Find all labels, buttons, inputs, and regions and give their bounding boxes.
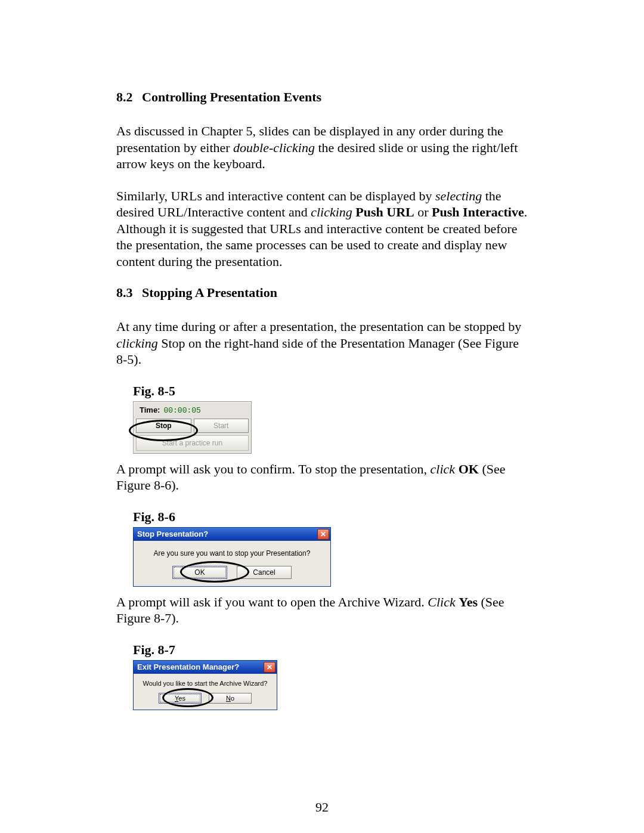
section-title: Controlling Presentation Events	[142, 89, 321, 104]
section-heading-83: 8.3 Stopping A Presentation	[116, 285, 528, 301]
time-value: 00:00:05	[160, 406, 200, 415]
dialog-title: Stop Presentation?	[137, 529, 208, 538]
dialog-title: Exit Presentation Manager?	[137, 662, 239, 671]
section-number: 8.3	[116, 285, 133, 301]
text-italic: double-clicking	[233, 140, 315, 155]
text-italic: clicking	[116, 336, 158, 351]
text-bold: Push URL	[355, 205, 414, 219]
ok-button[interactable]: OK	[172, 566, 227, 579]
text-run: Similarly, URLs and interactive content …	[116, 188, 435, 203]
time-row: Time:00:00:05	[136, 404, 249, 419]
figure-8-6-dialog: Stop Presentation? ✕ Are you sure you wa…	[133, 527, 331, 587]
dialog-body: Are you sure you want to stop your Prese…	[134, 541, 330, 586]
mnemonic-underline: N	[226, 695, 231, 702]
dialog-buttons: OK Cancel	[142, 566, 322, 579]
button-row: Stop Start	[136, 419, 249, 433]
dialog-body: Would you like to start the Archive Wiza…	[134, 674, 277, 710]
document-page: 8.2 Controlling Presentation Events As d…	[0, 0, 644, 833]
text-italic: Click	[428, 594, 455, 609]
text-italic: selecting	[435, 188, 482, 203]
time-label: Time:	[140, 405, 160, 414]
no-button[interactable]: No	[209, 693, 252, 704]
dialog-titlebar: Exit Presentation Manager? ✕	[134, 661, 277, 674]
text-bold: Push Interactive	[432, 205, 524, 219]
section-number: 8.2	[116, 89, 133, 105]
dialog-message: Would you like to start the Archive Wiza…	[140, 680, 271, 687]
yes-button[interactable]: Yes	[159, 693, 202, 704]
button-label-rest: es	[178, 695, 185, 702]
dialog-titlebar: Stop Presentation? ✕	[134, 528, 330, 541]
section-heading-82: 8.2 Controlling Presentation Events	[116, 89, 528, 105]
figure-8-7-dialog: Exit Presentation Manager? ✕ Would you l…	[133, 660, 277, 710]
text-bold: Yes	[459, 594, 478, 609]
text-italic: click	[431, 462, 456, 476]
cancel-button[interactable]: Cancel	[237, 566, 292, 579]
text-bold: OK	[459, 462, 479, 476]
text-run: A prompt will ask if you want to open th…	[116, 594, 428, 609]
close-icon[interactable]: ✕	[264, 662, 275, 673]
paragraph: As discussed in Chapter 5, slides can be…	[116, 123, 528, 172]
text-run: Stop on the right-hand side of the Prese…	[116, 336, 519, 367]
text-run: or	[414, 205, 432, 219]
paragraph: A prompt will ask you to confirm. To sto…	[116, 461, 528, 494]
start-button: Start	[194, 419, 249, 433]
section-title: Stopping A Presentation	[142, 285, 277, 300]
page-number: 92	[0, 800, 644, 815]
text-italic: clicking	[311, 205, 352, 219]
close-icon[interactable]: ✕	[317, 529, 329, 540]
figure-caption: Fig. 8-7	[133, 642, 528, 658]
text-run: A prompt will ask you to confirm. To sto…	[116, 462, 431, 476]
figure-8-5: Time:00:00:05 Stop Start Start a practic…	[133, 401, 252, 454]
button-label-rest: o	[231, 695, 234, 702]
stop-button[interactable]: Stop	[136, 419, 191, 433]
figure-caption: Fig. 8-5	[133, 383, 528, 399]
start-practice-button: Start a practice run	[136, 435, 249, 451]
figure-caption: Fig. 8-6	[133, 509, 528, 525]
paragraph: A prompt will ask if you want to open th…	[116, 594, 528, 627]
panel-frame: Time:00:00:05 Stop Start Start a practic…	[133, 401, 252, 454]
dialog-message: Are you sure you want to stop your Prese…	[142, 549, 322, 558]
paragraph: Similarly, URLs and interactive content …	[116, 188, 528, 270]
text-run: At any time during or after a presentati…	[116, 319, 521, 334]
paragraph: At any time during or after a presentati…	[116, 318, 528, 368]
dialog-buttons: Yes No	[140, 693, 271, 704]
